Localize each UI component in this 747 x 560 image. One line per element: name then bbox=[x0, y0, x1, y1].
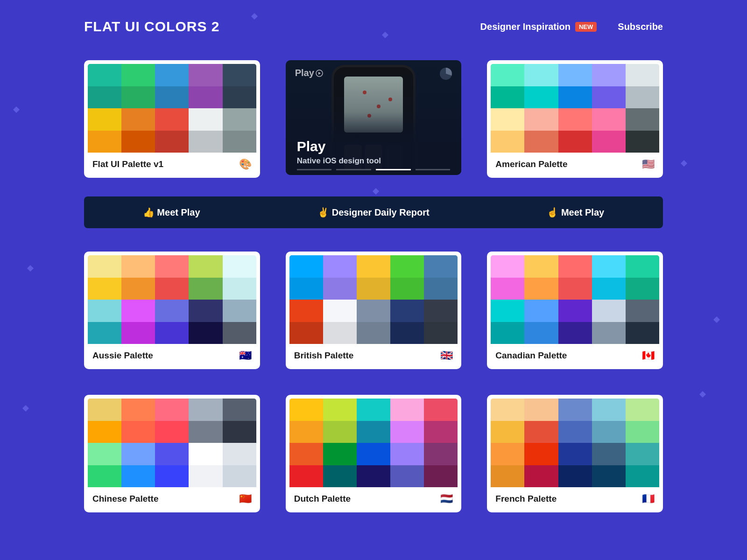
palette-flag-icon: 🎨 bbox=[239, 158, 252, 170]
color-swatch bbox=[524, 300, 558, 322]
color-swatch bbox=[155, 108, 189, 131]
color-swatch bbox=[223, 443, 256, 465]
color-swatch bbox=[155, 443, 189, 465]
promo-link-1[interactable]: 👍 Meet Play bbox=[143, 207, 200, 218]
color-swatch bbox=[626, 421, 659, 443]
palette-title: American Palette bbox=[495, 159, 567, 169]
color-swatch bbox=[357, 255, 390, 278]
new-badge: NEW bbox=[575, 22, 597, 32]
color-swatch bbox=[155, 131, 189, 153]
palette-title: Dutch Palette bbox=[294, 494, 351, 504]
color-swatch bbox=[626, 443, 659, 465]
color-swatch bbox=[189, 108, 222, 131]
color-swatch bbox=[524, 465, 558, 488]
color-swatch bbox=[88, 131, 121, 153]
palette-card-dutch[interactable]: Dutch Palette 🇳🇱 bbox=[286, 395, 462, 512]
color-swatch bbox=[88, 465, 121, 488]
color-swatch bbox=[558, 64, 592, 86]
swatch-grid bbox=[491, 399, 659, 487]
color-swatch bbox=[88, 399, 121, 421]
promo-link-3[interactable]: ☝️ Meet Play bbox=[547, 207, 604, 218]
color-swatch bbox=[592, 64, 626, 86]
color-swatch bbox=[491, 443, 524, 465]
color-swatch bbox=[390, 322, 424, 344]
nav-subscribe-link[interactable]: Subscribe bbox=[618, 21, 663, 32]
color-swatch bbox=[592, 322, 626, 344]
swatch-grid bbox=[491, 64, 659, 153]
color-swatch bbox=[223, 108, 256, 131]
color-swatch bbox=[491, 421, 524, 443]
nav-inspiration-link[interactable]: Designer Inspiration NEW bbox=[480, 21, 597, 32]
palette-card-british[interactable]: British Palette 🇬🇧 bbox=[286, 252, 462, 369]
palette-card-canadian[interactable]: Canadian Palette 🇨🇦 bbox=[487, 252, 663, 369]
color-swatch bbox=[558, 108, 592, 131]
swatch-grid bbox=[289, 399, 458, 487]
color-swatch bbox=[424, 399, 458, 421]
color-swatch bbox=[558, 421, 592, 443]
palette-flag-icon: 🇦🇺 bbox=[239, 350, 252, 362]
color-swatch bbox=[323, 443, 357, 465]
color-swatch bbox=[558, 443, 592, 465]
palette-card-chinese[interactable]: Chinese Palette 🇨🇳 bbox=[84, 395, 260, 512]
color-swatch bbox=[524, 278, 558, 300]
color-swatch bbox=[558, 255, 592, 278]
color-swatch bbox=[88, 108, 121, 131]
color-swatch bbox=[424, 255, 458, 278]
palette-title: Chinese Palette bbox=[92, 494, 159, 504]
swatch-grid bbox=[491, 255, 659, 344]
palette-title: French Palette bbox=[495, 494, 557, 504]
color-swatch bbox=[626, 300, 659, 322]
color-swatch bbox=[424, 278, 458, 300]
color-swatch bbox=[121, 322, 155, 344]
color-swatch bbox=[424, 421, 458, 443]
color-swatch bbox=[155, 278, 189, 300]
color-swatch bbox=[357, 443, 390, 465]
palette-title: Flat UI Palette v1 bbox=[92, 159, 163, 169]
color-swatch bbox=[390, 399, 424, 421]
color-swatch bbox=[491, 322, 524, 344]
color-swatch bbox=[223, 465, 256, 488]
color-swatch bbox=[491, 64, 524, 86]
color-swatch bbox=[121, 108, 155, 131]
color-swatch bbox=[88, 278, 121, 300]
color-swatch bbox=[524, 399, 558, 421]
palette-card-flatui[interactable]: Flat UI Palette v1 🎨 bbox=[84, 60, 260, 178]
color-swatch bbox=[289, 465, 323, 488]
color-swatch bbox=[121, 465, 155, 488]
color-swatch bbox=[491, 399, 524, 421]
color-swatch bbox=[155, 322, 189, 344]
palette-card-french[interactable]: French Palette 🇫🇷 bbox=[487, 395, 663, 512]
color-swatch bbox=[592, 255, 626, 278]
ad-card-play[interactable]: Play Play Native iOS design tool bbox=[286, 60, 462, 175]
palette-flag-icon: 🇬🇧 bbox=[440, 350, 453, 362]
color-swatch bbox=[289, 443, 323, 465]
color-swatch bbox=[155, 86, 189, 109]
nav-inspiration-label: Designer Inspiration bbox=[480, 21, 571, 32]
color-swatch bbox=[189, 278, 222, 300]
color-swatch bbox=[390, 443, 424, 465]
color-swatch bbox=[592, 399, 626, 421]
color-swatch bbox=[223, 300, 256, 322]
color-swatch bbox=[121, 421, 155, 443]
color-swatch bbox=[189, 300, 222, 322]
color-swatch bbox=[88, 300, 121, 322]
color-swatch bbox=[524, 108, 558, 131]
palette-grid: Flat UI Palette v1 🎨 Play bbox=[84, 60, 663, 512]
color-swatch bbox=[223, 255, 256, 278]
color-swatch bbox=[189, 131, 222, 153]
color-swatch bbox=[121, 86, 155, 109]
color-swatch bbox=[189, 86, 222, 109]
palette-card-american[interactable]: American Palette 🇺🇸 bbox=[487, 60, 663, 178]
color-swatch bbox=[88, 255, 121, 278]
color-swatch bbox=[626, 465, 659, 488]
color-swatch bbox=[626, 322, 659, 344]
color-swatch bbox=[155, 399, 189, 421]
color-swatch bbox=[189, 421, 222, 443]
site-logo[interactable]: FLAT UI COLORS 2 bbox=[84, 19, 219, 35]
promo-link-2[interactable]: ✌️ Designer Daily Report bbox=[317, 207, 430, 218]
palette-flag-icon: 🇫🇷 bbox=[642, 493, 655, 505]
color-swatch bbox=[155, 64, 189, 86]
color-swatch bbox=[424, 300, 458, 322]
color-swatch bbox=[626, 131, 659, 153]
palette-card-aussie[interactable]: Aussie Palette 🇦🇺 bbox=[84, 252, 260, 369]
